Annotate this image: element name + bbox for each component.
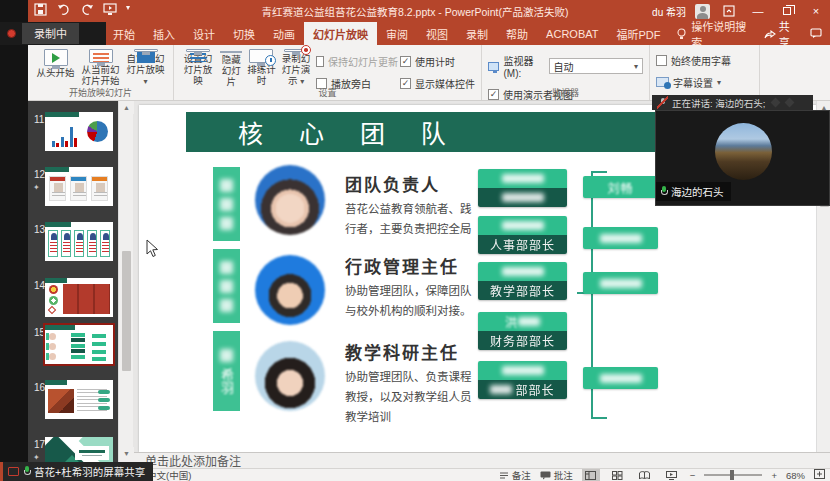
tab-animations[interactable]: 动画 xyxy=(264,22,304,45)
rehearse-timings-button[interactable]: 排练计时 xyxy=(247,48,276,87)
org-box-2: 人事部部长 xyxy=(478,216,567,254)
participant-name-label: 海边的石头 xyxy=(656,182,731,201)
setup-slideshow-button[interactable]: 设置幻灯片放映 xyxy=(180,48,216,87)
participant-avatar xyxy=(715,123,772,180)
from-beginning-button[interactable]: 从头开始 xyxy=(34,48,77,87)
slide-number: 17 xyxy=(34,439,45,450)
monitor-icon xyxy=(488,62,499,71)
screen-share-badge[interactable]: 苔花+杜希羽的屏幕共享 xyxy=(0,462,153,481)
member-name-tag-1 xyxy=(213,167,240,241)
powerpoint-window: ▾ 青红赛道公益组苔花公益教育8.2.pptx - PowerPoint(产品激… xyxy=(0,0,830,481)
zoom-out-button[interactable]: − xyxy=(690,470,696,481)
tell-me-search[interactable]: 操作说明搜索 xyxy=(669,22,764,45)
record-slideshow-icon xyxy=(284,49,308,52)
tab-transitions[interactable]: 切换 xyxy=(224,22,264,45)
setup-slideshow-icon xyxy=(186,49,210,52)
tab-slideshow[interactable]: 幻灯片放映 xyxy=(304,22,377,45)
role-heading-3: 教学科研主任 xyxy=(345,339,459,364)
keep-slides-updated-checkbox[interactable]: 保持幻灯片更新 xyxy=(316,54,398,68)
notes-pane[interactable]: 单击此处添加备注 xyxy=(133,452,830,468)
role-desc-2: 协助管理团队，保障团队与校外机构的顺利对接。 xyxy=(345,281,481,321)
name-tag-text: 希羽 xyxy=(219,368,234,394)
tab-foxit-pdf[interactable]: 福昕PDF xyxy=(607,22,669,45)
zoom-in-button[interactable]: + xyxy=(771,470,777,481)
member-name-tag-2 xyxy=(213,249,240,323)
watermark-diamond xyxy=(771,98,781,108)
scroll-down-icon[interactable]: ▼ xyxy=(119,447,134,460)
always-use-subtitles-checkbox[interactable]: 始终使用字幕 xyxy=(656,53,753,67)
muted-mic-icon xyxy=(658,97,667,109)
org-box-1 xyxy=(478,169,567,207)
reading-view-button[interactable] xyxy=(636,469,654,481)
animation-star-icon: ✦ xyxy=(33,453,40,462)
scrollbar-thumb[interactable] xyxy=(122,251,131,371)
zoom-slider-knob[interactable] xyxy=(730,470,734,480)
video-call-panel[interactable]: 海边的石头 xyxy=(655,110,830,206)
use-timings-checkbox[interactable]: 使用计时 xyxy=(400,54,475,68)
role-desc-3: 协助管理团队、负责课程教授，以及对教学组人员教学培训 xyxy=(345,367,481,427)
slide-sorter-view-button[interactable] xyxy=(609,469,627,481)
rehearse-timings-icon xyxy=(249,49,273,63)
notes-toggle-button[interactable]: 备注 xyxy=(499,468,531,481)
custom-slideshow-button[interactable]: 自定义幻灯片放映 ▾ xyxy=(124,48,167,87)
tab-record[interactable]: 录制 xyxy=(457,22,497,45)
slideshow-view-button[interactable] xyxy=(663,469,681,481)
thumbnail-scrollbar[interactable]: ▲ ▼ xyxy=(118,101,133,468)
comments-icon[interactable] xyxy=(810,28,822,39)
org-box-right-4 xyxy=(583,367,658,389)
pie-chart-thumb xyxy=(87,121,108,142)
subtitle-settings-icon xyxy=(656,77,669,87)
scroll-up-icon[interactable]: ▲ xyxy=(119,101,134,114)
zoom-slider[interactable] xyxy=(704,474,762,476)
member-photo-3 xyxy=(255,341,325,411)
member-name-tag-3: 希羽 xyxy=(213,331,240,411)
close-button[interactable]: × xyxy=(806,1,826,21)
comments-toggle-button[interactable]: 批注 xyxy=(540,468,573,481)
org-box-right-1: 刘畅 xyxy=(583,176,658,198)
slide-title: 核 心 团 队 xyxy=(186,114,460,150)
account-avatar[interactable] xyxy=(695,4,710,19)
from-current-slide-button[interactable]: 从当前幻灯片开始 xyxy=(79,48,122,87)
slide-number: 11 xyxy=(34,114,44,125)
zoom-level[interactable]: 68% xyxy=(786,470,805,481)
screen-share-text: 苔花+杜希羽的屏幕共享 xyxy=(34,464,145,479)
language-indicator[interactable]: 中文(中国) xyxy=(147,468,191,481)
tab-acrobat[interactable]: ACROBAT xyxy=(537,22,607,45)
record-slideshow-button[interactable]: 录制幻灯片演示 ▾ xyxy=(278,48,314,87)
fit-slide-button[interactable] xyxy=(814,469,825,481)
group-label: 开始放映幻灯片 xyxy=(28,86,173,99)
group-captions: 始终使用字幕 字幕设置▾ xyxy=(650,45,760,100)
tab-home[interactable]: 开始 xyxy=(104,22,144,45)
normal-view-button[interactable] xyxy=(582,469,600,481)
role-heading-2: 行政管理主任 xyxy=(345,253,459,278)
mouse-cursor xyxy=(146,239,159,258)
role-heading-1: 团队负责人 xyxy=(345,171,440,196)
tab-view[interactable]: 视图 xyxy=(417,22,457,45)
group-label: 监视器 xyxy=(482,86,649,99)
account-name[interactable]: du 希羽 xyxy=(652,4,686,19)
org-box-5: 部部长 xyxy=(478,361,567,399)
org-box-right-2 xyxy=(583,227,658,249)
slide-number: 14 xyxy=(34,280,45,291)
monitor-dropdown-label: 监视器(M): xyxy=(503,53,544,79)
hide-slide-button[interactable]: 隐藏幻灯片 xyxy=(218,48,245,87)
tab-review[interactable]: 审阅 xyxy=(377,22,417,45)
org-box-3: 教学部部长 xyxy=(478,262,567,300)
slide-number: 16 xyxy=(34,382,45,393)
lightbulb-icon xyxy=(677,28,686,40)
speaking-indicator-bar[interactable]: 正在讲话: 海边的石头; xyxy=(652,95,813,110)
org-box-4: 洪 财务部部长 xyxy=(478,312,567,350)
group-setup: 设置幻灯片放映 隐藏幻灯片 排练计时 录制幻灯片演示 ▾ 保持幻灯片更新 播放旁… xyxy=(174,45,482,100)
screen-share-icon xyxy=(8,467,19,476)
monitor-dropdown[interactable]: 自动▾ xyxy=(549,58,643,74)
recorder-side-strip xyxy=(0,0,28,481)
slide-number: 12 xyxy=(34,169,45,180)
tab-insert[interactable]: 插入 xyxy=(144,22,184,45)
tab-design[interactable]: 设计 xyxy=(184,22,224,45)
group-start-slideshow: 从头开始 从当前幻灯片开始 自定义幻灯片放映 ▾ 开始放映幻灯片 xyxy=(28,45,174,100)
tab-help[interactable]: 帮助 xyxy=(497,22,537,45)
hide-slide-icon xyxy=(220,51,242,53)
role-desc-1: 苔花公益教育领航者、践行者，主要负责把控全局 xyxy=(345,199,481,239)
notes-placeholder: 单击此处添加备注 xyxy=(145,452,241,469)
subtitle-settings-button[interactable]: 字幕设置▾ xyxy=(656,75,753,89)
